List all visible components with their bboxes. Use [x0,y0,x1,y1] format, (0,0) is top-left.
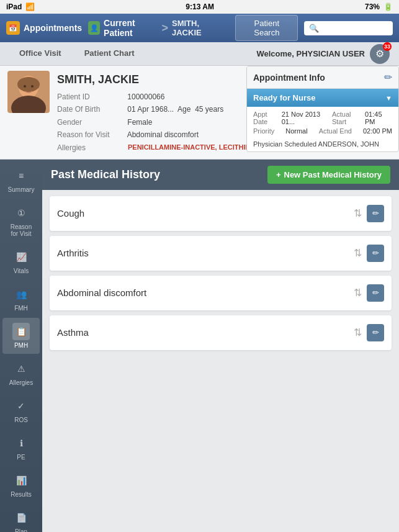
sidebar-item-vitals[interactable]: 📈 Vitals [2,243,40,279]
sidebar-label-summary: Summary [8,186,35,193]
appointments-label: Appointments [24,23,82,33]
patient-avatar [7,71,50,113]
battery-level: 73% [365,2,380,11]
appt-date-label: Appt Date [253,110,282,125]
sort-icon-2[interactable]: ⇅ [354,287,362,299]
pmh-item-1: Arthritis ⇅ ✏ [50,236,392,271]
svg-point-5 [31,85,34,88]
sub-nav: Office Visit Patient Chart Welcome, PHYS… [0,42,399,66]
reason-value: Abdominal discomfort [127,130,199,139]
sidebar-item-summary[interactable]: ≡ Summary [2,162,40,198]
dob-label: Date Of Birth [57,103,125,115]
sort-icon-1[interactable]: ⇅ [354,247,362,259]
pmh-item-actions-2: ⇅ ✏ [354,284,384,302]
welcome-text: Welcome, PHYSICIAN USER [256,49,365,58]
reason-label: Reason for Visit [57,128,125,141]
appt-physician: Physician Scheduled ANDERSON, JOHN [247,140,398,151]
sidebar-item-ros[interactable]: ✓ ROS [2,392,40,428]
summary-icon: ≡ [12,167,30,184]
gender-value: Female [127,118,152,127]
actual-start-value: 01:45 PM [365,110,392,125]
pmh-item-name-1: Arthritis [57,248,89,258]
fmh-icon: 👥 [12,286,30,303]
priority-value: Normal [285,127,307,135]
search-box: 🔍 [304,21,393,35]
appt-info-title: Appointment Info [253,73,325,83]
edit-button-0[interactable]: ✏ [367,205,384,222]
age-label: Age [177,105,191,114]
pmh-header: Past Medical History + New Past Medical … [42,160,399,190]
appt-status-bar[interactable]: Ready for Nurse ▼ [247,89,398,107]
nav-bar: 📅 Appointments 👤 Current Patient > SMITH… [0,14,399,42]
notification-badge: 33 [383,42,392,51]
patient-name: SMITH, JACKIE [57,73,139,86]
calendar-icon: 📅 [6,21,20,35]
appt-date-value: 21 Nov 2013 01... [282,110,332,125]
content-area: Past Medical History + New Past Medical … [42,160,399,532]
physician-scheduled-label: Physician Scheduled [253,140,316,148]
pmh-item-name-0: Cough [57,208,84,219]
current-patient-label: Current Patient [104,18,158,38]
sidebar-item-fmh[interactable]: 👥 FMH [2,281,40,317]
appointments-nav[interactable]: 📅 Appointments [6,21,82,35]
svg-point-4 [24,85,26,88]
current-patient-nav[interactable]: 👤 Current Patient > SMITH, JACKIE [88,18,223,38]
patient-id-label: Patient ID [57,91,125,103]
patient-search-button[interactable]: Patient Search [235,15,298,41]
pe-icon: ℹ [12,435,30,452]
appointment-info-panel: Appointment Info ✏ Ready for Nurse ▼ App… [246,66,399,152]
sidebar-label-allergies: Allergies [9,379,33,386]
physician-scheduled-value: ANDERSON, JOHN [318,140,379,148]
new-pmh-button[interactable]: + New Past Medical History [267,166,390,184]
sidebar-label-results: Results [11,491,31,498]
allergies-icon: ⚠ [12,360,30,377]
sidebar-item-results[interactable]: 📊 Results [2,467,40,503]
sidebar-label-pmh: PMH [14,342,28,349]
sort-icon-0[interactable]: ⇅ [354,207,362,219]
vitals-icon: 📈 [12,248,30,266]
user-name: PHYSICIAN USER [296,49,365,58]
pmh-item-0: Cough ⇅ ✏ [50,196,392,231]
actual-end-value: 02:00 PM [363,127,392,135]
tab-office-visit[interactable]: Office Visit [9,43,71,64]
edit-button-3[interactable]: ✏ [367,324,384,341]
tab-patient-chart[interactable]: Patient Chart [74,43,145,64]
clock: 9:13 AM [186,2,214,11]
new-pmh-label: New Past Medical History [284,170,382,179]
sidebar-label-fmh: FMH [14,305,28,312]
patient-id-value: 100000066 [127,92,164,101]
appt-info-header: Appointment Info ✏ [247,66,398,89]
battery-icon: 🔋 [383,2,393,11]
priority-label: Priority [253,127,274,135]
pmh-item-3: Asthma ⇅ ✏ [50,315,392,350]
ros-icon: ✓ [12,397,30,415]
appt-edit-button[interactable]: ✏ [384,71,392,83]
sidebar-item-reason[interactable]: ① Reasonfor Visit [2,199,40,242]
results-icon: 📊 [12,472,30,489]
sidebar-label-vitals: Vitals [14,268,29,274]
sidebar-item-pe[interactable]: ℹ PE [2,430,40,466]
sidebar-item-allergies[interactable]: ⚠ Allergies [2,355,40,391]
pmh-title: Past Medical History [51,168,160,181]
gender-label: Gender [57,116,125,128]
sidebar-label-pe: PE [17,454,25,461]
search-input[interactable] [321,24,388,33]
plan-icon: 📄 [12,509,30,526]
pmh-item-name-2: Abdominal discomfort [57,287,146,298]
edit-button-2[interactable]: ✏ [367,284,384,302]
sidebar-item-plan[interactable]: 📄 Plan [2,504,40,532]
pmh-item-name-3: Asthma [57,327,89,338]
person-icon: 👤 [88,21,100,35]
pmh-item-actions-1: ⇅ ✏ [354,245,384,262]
dob-value: 01 Apr 1968... [127,105,174,114]
status-bar: iPad 📶 9:13 AM 73% 🔋 [0,0,399,14]
sidebar: ≡ Summary ① Reasonfor Visit 📈 Vitals 👥 F… [0,160,42,532]
sort-icon-3[interactable]: ⇅ [354,327,362,338]
reason-icon: ① [12,204,30,222]
pmh-icon: 📋 [12,323,30,340]
appt-status: Ready for Nurse [253,93,315,102]
gear-button[interactable]: ⚙ 33 [370,44,390,64]
edit-button-1[interactable]: ✏ [367,245,384,262]
sidebar-label-ros: ROS [14,417,28,423]
sidebar-item-pmh[interactable]: 📋 PMH [2,318,40,354]
